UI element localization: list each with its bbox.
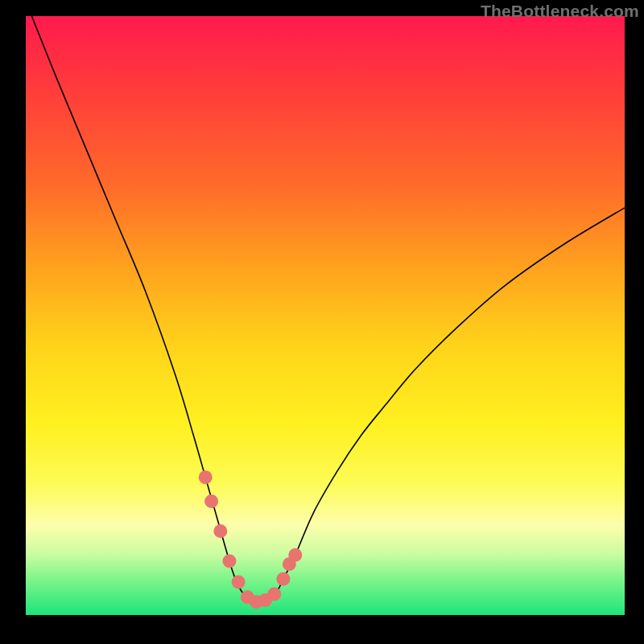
highlight-dots — [199, 470, 303, 609]
highlight-dot — [267, 587, 281, 601]
bottleneck-curve — [31, 16, 625, 604]
chart-frame: TheBottleneck.com — [0, 0, 644, 644]
highlight-dot — [213, 524, 227, 538]
highlight-dot — [204, 494, 218, 508]
highlight-dot — [222, 555, 236, 568]
highlight-dot — [276, 572, 290, 586]
highlight-dot — [232, 576, 246, 589]
curve-layer — [26, 16, 625, 615]
highlight-dot — [199, 470, 213, 484]
highlight-dot — [288, 548, 302, 562]
